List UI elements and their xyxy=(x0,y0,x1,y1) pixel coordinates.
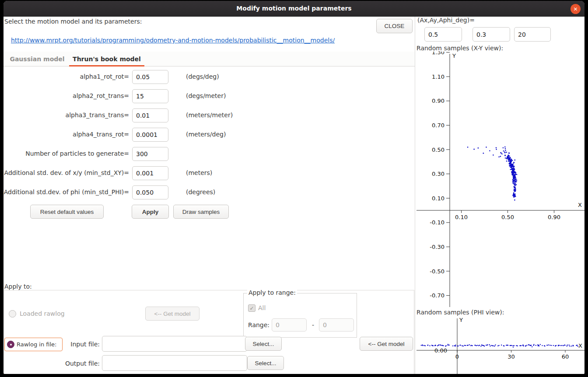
apply-to-legend: Apply to: xyxy=(4,283,32,290)
alpha3-trans-trans-label: alpha3_trans_trans= xyxy=(4,112,129,119)
svg-text:0.30: 0.30 xyxy=(432,171,444,177)
range-separator: - xyxy=(312,321,314,328)
close-button[interactable]: CLOSE xyxy=(376,19,413,33)
output-file-label: Output file: xyxy=(55,360,100,367)
all-checkbox-label: All xyxy=(258,304,266,311)
panel-divider xyxy=(415,17,415,374)
min-std-phi-unit-label: (degrees) xyxy=(186,188,215,195)
particles-count-label: Number of particles to generate= xyxy=(4,150,129,157)
alpha4-trans-rot-label: alpha4_trans_rot= xyxy=(4,131,129,138)
svg-text:0.50: 0.50 xyxy=(501,214,514,220)
tutorial-link[interactable]: http://www.mrpt.org/tutorials/programmin… xyxy=(11,37,335,44)
svg-text:0.50: 0.50 xyxy=(432,147,444,153)
range-label: Range: xyxy=(248,321,270,328)
apply-to-range-legend: Apply to range: xyxy=(247,289,297,296)
pose-ax-input[interactable] xyxy=(424,27,462,42)
svg-text:0.90: 0.90 xyxy=(548,214,560,220)
min-std-xy-unit-label: (meters) xyxy=(186,169,212,176)
svg-text:0.10: 0.10 xyxy=(455,214,468,220)
window-close-button[interactable]: ✕ xyxy=(570,4,581,14)
alpha1-unit-label: (degs/deg) xyxy=(186,73,219,80)
svg-text:0.00: 0.00 xyxy=(434,347,447,354)
tab-gaussian-model[interactable]: Gaussian model xyxy=(7,52,67,66)
select-output-file-button[interactable]: Select... xyxy=(247,356,284,370)
alpha2-unit-label: (degs/meter) xyxy=(186,92,226,99)
dialog-content: Select the motion model and its paramete… xyxy=(4,17,584,374)
titlebar: Modify motion model parameters ✕ xyxy=(4,1,584,17)
svg-text:Y: Y xyxy=(459,317,463,323)
svg-text:-0.10: -0.10 xyxy=(430,219,444,226)
screen: Modify motion model parameters ✕ Select … xyxy=(0,0,588,377)
alpha3-trans-trans-input[interactable] xyxy=(132,108,168,122)
svg-text:-0.50: -0.50 xyxy=(430,268,444,275)
svg-text:0.70: 0.70 xyxy=(432,122,444,129)
svg-text:0.90: 0.90 xyxy=(432,98,444,104)
phi-view-title: Random samples (PHI view): xyxy=(416,309,504,316)
loaded-rawlog-radio xyxy=(9,310,16,318)
rawlog-in-file-label: Rawlog in file: xyxy=(17,341,56,348)
dialog-window: Modify motion model parameters ✕ Select … xyxy=(4,1,584,374)
alpha2-rot-trans-label: alpha2_rot_trans= xyxy=(4,92,129,99)
close-icon: ✕ xyxy=(573,7,578,12)
phi-scatter-plot: 030600.00YX xyxy=(416,316,584,374)
svg-text:0: 0 xyxy=(455,353,459,360)
svg-text:Y: Y xyxy=(452,52,456,59)
svg-text:60: 60 xyxy=(562,353,569,360)
min-std-xy-label: Additional std. dev. of x/y (min_std_XY)… xyxy=(4,169,129,176)
min-std-xy-input[interactable] xyxy=(132,166,168,180)
svg-text:1.10: 1.10 xyxy=(432,73,444,80)
input-file-input[interactable] xyxy=(102,336,247,352)
rawlog-in-file-radio[interactable] xyxy=(7,341,14,348)
active-tab-underline xyxy=(69,65,144,66)
svg-text:0.10: 0.10 xyxy=(432,195,444,202)
alpha3-unit-label: (meters/meter) xyxy=(186,112,233,119)
xy-scatter-plot: 1.301.100.900.700.500.300.10-0.10-0.30-0… xyxy=(416,52,584,309)
svg-text:X: X xyxy=(578,202,582,208)
reset-default-values-button[interactable]: Reset default values xyxy=(30,205,104,219)
get-model-bottom-button[interactable]: <-- Get model xyxy=(360,337,413,351)
range-from-input xyxy=(272,318,307,332)
svg-text:-0.30: -0.30 xyxy=(430,244,444,250)
tab-thruns-book-model[interactable]: Thrun's book model xyxy=(67,52,146,66)
alpha4-unit-label: (meters/deg) xyxy=(186,131,226,138)
get-model-top-button: <-- Get model xyxy=(145,307,200,321)
particles-count-input[interactable] xyxy=(132,147,168,161)
alpha2-rot-trans-input[interactable] xyxy=(132,89,168,103)
model-tabbar: Gaussian model Thrun's book model xyxy=(4,52,415,66)
window-title: Modify motion model parameters xyxy=(4,5,584,12)
min-std-phi-label: Additional std.dev. of phi (min_std_PHI)… xyxy=(4,188,129,195)
loaded-rawlog-label: Loaded rawlog xyxy=(20,310,65,317)
output-file-input[interactable] xyxy=(102,355,247,371)
draw-samples-button[interactable]: Draw samples xyxy=(173,205,229,219)
input-file-label: Input file: xyxy=(56,341,100,348)
rawlog-in-file-focus-ring: Rawlog in file: xyxy=(4,338,63,351)
instruction-label: Select the motion model and its paramete… xyxy=(4,18,142,25)
alpha1-rot-rot-input[interactable] xyxy=(132,70,168,84)
select-input-file-button[interactable]: Select... xyxy=(245,337,282,351)
svg-text:X: X xyxy=(578,342,582,349)
min-std-phi-input[interactable] xyxy=(132,185,168,199)
range-to-input xyxy=(319,318,354,332)
svg-text:30: 30 xyxy=(508,353,515,360)
apply-button[interactable]: Apply xyxy=(132,205,169,219)
svg-text:1.30: 1.30 xyxy=(432,52,444,56)
xy-view-title: Random samples (X-Y view): xyxy=(416,45,503,52)
pose-label: (Ax,Ay,Aphi_deg)= xyxy=(417,17,475,24)
alpha1-rot-rot-label: alpha1_rot_rot= xyxy=(4,73,129,80)
alpha4-trans-rot-input[interactable] xyxy=(132,128,168,142)
pose-ay-input[interactable] xyxy=(472,27,510,42)
pose-aphi-input[interactable] xyxy=(514,27,551,42)
svg-text:-0.70: -0.70 xyxy=(430,292,444,299)
all-checkbox: ✓ xyxy=(248,304,256,312)
apply-to-range-groupbox: Apply to range: ✓ All Range: - xyxy=(243,293,357,338)
